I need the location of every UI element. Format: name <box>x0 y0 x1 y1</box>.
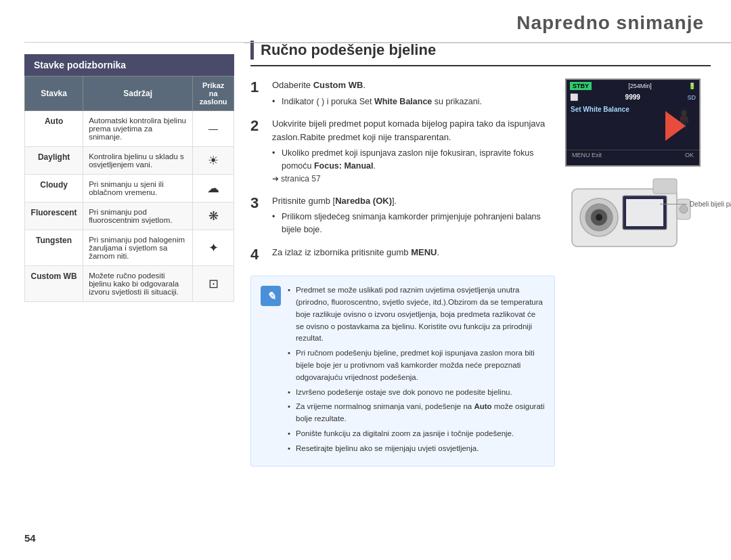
right-column: Ručno podešenje bjeline 1 Odaberite Cust… <box>250 41 711 467</box>
note-item: Predmet se može uslikati pod raznim uvje… <box>288 284 545 345</box>
lcd-icons: SD <box>687 94 696 101</box>
note-box: ✎ Predmet se može uslikati pod raznim uv… <box>250 276 555 467</box>
svg-point-4 <box>596 214 602 221</box>
note-item: Ponište funkciju za digitalni zoom za ja… <box>288 428 545 440</box>
wb-set-label: Set White Balance <box>571 106 629 113</box>
table-cell-stavka: Custom WB <box>25 266 83 302</box>
step-item: 4 Za izlaz iz izbornika pritisnite gumb … <box>250 246 555 263</box>
lcd-number: 9999 <box>625 93 640 101</box>
table-row: Tungsten Pri snimanju pod halogenim žaru… <box>25 230 234 266</box>
table-row: Auto Automatski kontrolira bjelinu prema… <box>25 111 234 147</box>
table-cell-stavka: Daylight <box>25 147 83 175</box>
lcd-time: [254Min] <box>628 83 652 89</box>
table-cell-icon: ✦ <box>193 230 234 266</box>
lcd-stby-label: STBY <box>570 82 592 90</box>
table-cell-sadrzaj: Možete ručno podesiti bjelinu kako bi od… <box>83 266 193 302</box>
submenu-title: Stavke podizbornika <box>24 54 234 76</box>
note-item: Resetirajte bjelinu ako se mijenjaju uvj… <box>288 443 545 455</box>
lcd-bottom-bar: MENU Exit OK <box>567 150 699 160</box>
camera-display-side: STBY [254Min] 🔋 ⬜ 9999 SD Set White Bala… <box>555 79 711 467</box>
lcd-screen: STBY [254Min] 🔋 ⬜ 9999 SD Set White Bala… <box>565 79 701 167</box>
note-content: Predmet se može uslikati pod raznim uvje… <box>288 284 545 458</box>
table-cell-icon: ☁ <box>193 175 234 202</box>
step-number: 2 <box>250 117 265 135</box>
divider-line <box>24 42 722 43</box>
step-number: 4 <box>250 246 265 263</box>
table-cell-sadrzaj: Pri snimanju u sjeni ili oblačnom vremen… <box>83 175 193 202</box>
camera-body: Debeli bijeli papir <box>565 172 701 255</box>
table-header-prikaz: Prikaz na zaslonu <box>193 77 234 111</box>
svg-rect-5 <box>653 179 677 194</box>
note-icon: ✎ <box>261 286 281 306</box>
step-title: Pritisnite gumb [Naredba (OK)]. <box>272 194 555 208</box>
table-row: Cloudy Pri snimanju u sjeni ili oblačnom… <box>25 175 234 202</box>
menu-table: Stavka Sadržaj Prikaz na zaslonu Auto Au… <box>24 76 234 302</box>
step-ref: stranica 57 <box>272 173 555 185</box>
table-cell-stavka: Fluorescent <box>25 202 83 230</box>
table-cell-stavka: Tungsten <box>25 230 83 266</box>
section-title: Ručno podešenje bjeline <box>261 41 436 59</box>
lcd-content: Set White Balance 🧍 <box>567 102 699 150</box>
lcd-middle-bar: ⬜ 9999 SD <box>567 92 699 102</box>
step-number: 1 <box>250 79 265 96</box>
step-bullet: Prilikom sljedećeg snimanja kamkorder pr… <box>272 211 555 236</box>
table-cell-sadrzaj: Pri snimanju pod halogenim žaruljama i s… <box>83 230 193 266</box>
table-cell-icon: — <box>193 111 234 147</box>
table-cell-stavka: Cloudy <box>25 175 83 202</box>
lcd-battery: 🔋 <box>688 83 696 89</box>
step-content: Odaberite Custom WB. Indikator ( ) i por… <box>272 79 555 108</box>
section-title-container: Ručno podešenje bjeline <box>250 41 711 66</box>
sd-icon: SD <box>687 94 696 101</box>
page-number: 54 <box>24 532 36 544</box>
steps-container: 1 Odaberite Custom WB. Indikator ( ) i p… <box>250 79 555 467</box>
step-title: Uokvirite bijeli predmet poput komada bi… <box>272 117 555 144</box>
table-cell-sadrzaj: Pri snimanju pod fluoroscentnim svjetlom… <box>83 202 193 230</box>
left-column: Stavke podizbornika Stavka Sadržaj Prika… <box>24 54 234 302</box>
content-area: 1 Odaberite Custom WB. Indikator ( ) i p… <box>250 79 711 467</box>
page-title: Napredno snimanje <box>244 12 704 34</box>
step-title: Odaberite Custom WB. <box>272 79 555 92</box>
lcd-ok: OK <box>685 152 694 158</box>
table-row: Fluorescent Pri snimanju pod fluoroscent… <box>25 202 234 230</box>
table-cell-icon: ⊡ <box>193 266 234 302</box>
step-title: Za izlaz iz izbornika pritisnite gumb ME… <box>272 246 555 259</box>
note-item: Pri ručnom podešenju bjeline, predmet ko… <box>288 347 545 383</box>
white-paper-label: Debeli bijeli papir <box>690 200 731 208</box>
svg-rect-7 <box>626 199 663 226</box>
table-cell-icon: ☀ <box>193 147 234 175</box>
page-title-bar: Napredno snimanje <box>244 0 731 43</box>
step-content: Za izlaz iz izbornika pritisnite gumb ME… <box>272 246 555 259</box>
table-row: Daylight Kontrolira bjelinu u skladu s o… <box>25 147 234 175</box>
step-bullet: Ukoliko predmet koji ispunjava zaslon ni… <box>272 147 555 173</box>
white-paper-callout: Debeli bijeli papir <box>660 200 731 208</box>
table-cell-stavka: Auto <box>25 111 83 147</box>
step-content: Pritisnite gumb [Naredba (OK)]. Prilikom… <box>272 194 555 236</box>
table-header-sadrzaj: Sadržaj <box>83 77 193 111</box>
step-item: 3 Pritisnite gumb [Naredba (OK)]. Prilik… <box>250 194 555 236</box>
camera-svg <box>565 172 701 253</box>
table-cell-sadrzaj: Kontrolira bjelinu u skladu s osvjetljen… <box>83 147 193 175</box>
step-item: 1 Odaberite Custom WB. Indikator ( ) i p… <box>250 79 555 108</box>
person-silhouette-icon: 🧍 <box>672 108 696 130</box>
lcd-top-bar: STBY [254Min] 🔋 <box>567 80 699 92</box>
table-header-stavka: Stavka <box>25 77 83 111</box>
step-bullet: Indikator ( ) i poruka Set White Balance… <box>272 95 555 108</box>
table-cell-icon: ❋ <box>193 202 234 230</box>
table-cell-sadrzaj: Automatski kontrolira bjelinu prema uvje… <box>83 111 193 147</box>
step-content: Uokvirite bijeli predmet poput komada bi… <box>272 117 555 185</box>
note-item: Izvršeno podešenje ostaje sve dok ponovo… <box>288 387 545 399</box>
note-item: Za vrijeme normalnog snimanja vani, pode… <box>288 401 545 425</box>
step-item: 2 Uokvirite bijeli predmet poput komada … <box>250 117 555 185</box>
table-row: Custom WB Možete ručno podesiti bjelinu … <box>25 266 234 302</box>
lcd-menu-exit: MENU Exit <box>572 152 602 158</box>
battery-icon: 🔋 <box>688 83 696 89</box>
step-number: 3 <box>250 194 265 212</box>
record-icon: ⬜ <box>570 93 578 101</box>
section-title-accent <box>250 41 254 60</box>
